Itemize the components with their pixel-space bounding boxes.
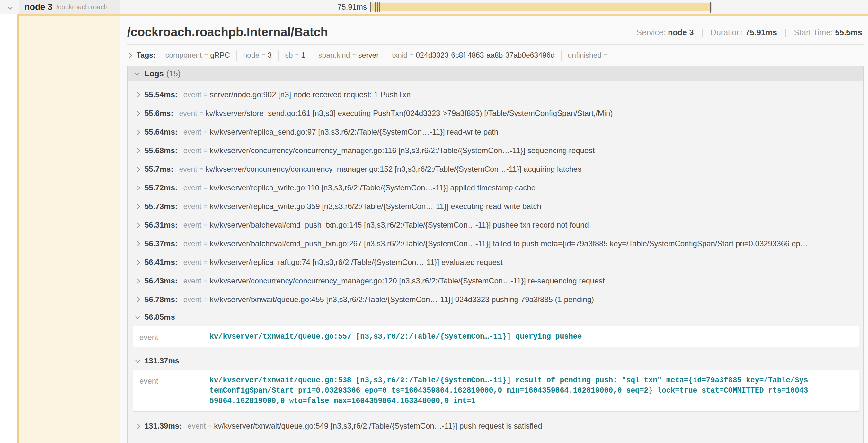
log-row[interactable]: 55.6ms:event=kv/kvserver/store_send.go:1…: [127, 104, 863, 123]
chevron-right-icon: [135, 223, 141, 228]
start-time-value: 55.5ms: [835, 28, 862, 37]
tags-section-toggle[interactable]: Tags: component=gRPC node=3 sb=1 span.ki…: [120, 45, 868, 66]
span-title: /cockroach.roachpb.Internal/Batch: [127, 25, 328, 39]
span-row[interactable]: node 3 /cockroach.roach… 75.91ms: [0, 0, 868, 14]
meta-divider: |: [701, 28, 703, 37]
chevron-right-icon: [135, 423, 141, 429]
span-detail-panel: /cockroach.roachpb.Internal/Batch Servic…: [120, 16, 868, 443]
tag-txnid: txnid=024d3323-6c8f-4863-aa8b-37ab0e6349…: [385, 50, 561, 61]
log-detail-box: event kv/kvserver/txnwait/queue.go:538 […: [133, 370, 859, 412]
log-marker-tick: [375, 2, 375, 12]
log-field-value: kv/kvserver/txnwait/queue.go:557 [n3,s3,…: [210, 332, 811, 342]
start-time-label: Start Time:: [794, 28, 833, 37]
log-row[interactable]: 55.73ms:event=kv/kvserver/replica_write.…: [127, 197, 863, 216]
chevron-right-icon: [135, 167, 141, 172]
log-row[interactable]: 55.68ms:event=kv/kvserver/concurrency/co…: [127, 141, 863, 160]
log-row[interactable]: 55.64ms:event=kv/kvserver/replica_send.g…: [127, 123, 863, 141]
log-marker-tick: [382, 2, 382, 12]
log-row[interactable]: 56.41ms:event=kv/kvserver/replica_raft.g…: [127, 253, 863, 272]
tag-component: component=gRPC: [159, 50, 237, 61]
chevron-right-icon: [135, 260, 141, 265]
left-gutter-line: [5, 0, 5, 443]
log-marker-tick: [379, 2, 380, 12]
chevron-down-icon: [134, 70, 140, 75]
log-row[interactable]: 56.78ms:event=kv/kvserver/txnwait/queue.…: [127, 290, 863, 309]
chevron-right-icon: [135, 148, 141, 153]
collapse-span-chevron[interactable]: [8, 4, 12, 10]
log-row[interactable]: 55.54ms:event=server/node.go:902 [n3] no…: [127, 86, 863, 104]
chevron-right-icon: [135, 92, 141, 97]
log-detail-box: event kv/kvserver/txnwait/queue.go:557 […: [133, 326, 859, 347]
service-label: Service:: [637, 28, 665, 37]
log-row-expanded-toggle[interactable]: 56.85ms: [127, 309, 863, 326]
span-name-cell[interactable]: node 3 /cockroach.roach…: [19, 0, 120, 14]
log-row[interactable]: 131.39ms:event=kv/kvserver/txnwait/queue…: [127, 417, 863, 435]
logs-panel: Logs (15) 55.54ms:event=server/node.go:9…: [127, 66, 864, 443]
log-field-value: kv/kvserver/txnwait/queue.go:538 [n3,s3,…: [210, 375, 811, 406]
log-row[interactable]: 55.7ms:event=kv/kvserver/concurrency/con…: [127, 160, 863, 178]
logs-footer-note: Log timestamps are relative to the start…: [127, 438, 863, 443]
span-operation-name: /cockroach.roach…: [56, 3, 114, 11]
span-meta: Service: node 3 | Duration: 75.91ms | St…: [637, 28, 862, 37]
chevron-right-icon: [135, 204, 141, 209]
tags-label: Tags:: [136, 51, 156, 60]
tag-sb: sb=1: [278, 50, 312, 61]
tag-node: node=3: [237, 50, 279, 61]
span-duration-bar[interactable]: [370, 3, 712, 11]
log-marker-tick-end: [710, 2, 711, 12]
chevron-right-icon: [127, 53, 132, 58]
log-marker-tick: [373, 2, 373, 12]
logs-title: Logs: [145, 69, 164, 78]
log-row-expanded-toggle[interactable]: 131.37ms: [127, 352, 863, 369]
duration-label: Duration:: [711, 28, 743, 37]
chevron-right-icon: [135, 111, 141, 116]
span-service-name: node 3: [24, 2, 52, 12]
log-field-key: event: [140, 375, 210, 406]
span-detail-header: /cockroach.roachpb.Internal/Batch Servic…: [127, 16, 864, 45]
log-rows: 55.54ms:event=server/node.go:902 [n3] no…: [127, 81, 863, 435]
log-row[interactable]: 56.37ms:event=kv/kvserver/batcheval/cmd_…: [127, 234, 863, 253]
chevron-right-icon: [135, 278, 141, 283]
chevron-right-icon: [135, 129, 141, 135]
chevron-right-icon: [135, 241, 141, 246]
detail-row-left-fill: [19, 16, 120, 443]
chevron-down-icon: [135, 357, 141, 363]
log-marker-tick: [377, 2, 378, 12]
duration-value: 75.91ms: [745, 28, 777, 37]
chevron-down-icon: [8, 5, 13, 10]
chevron-down-icon: [135, 314, 141, 319]
tag-span-kind: span.kind=server: [312, 50, 385, 61]
service-value: node 3: [668, 28, 694, 37]
chevron-right-icon: [135, 297, 141, 302]
meta-divider: |: [784, 28, 787, 37]
log-marker-tick: [370, 2, 371, 12]
tag-unfinished: unfinished=: [561, 50, 617, 61]
logs-count: (15): [166, 69, 181, 78]
span-duration-label: 75.91ms: [289, 0, 367, 14]
chevron-right-icon: [135, 185, 141, 190]
logs-section-toggle[interactable]: Logs (15): [127, 66, 863, 81]
log-field-key: event: [140, 332, 210, 342]
log-row[interactable]: 56.31ms:event=kv/kvserver/batcheval/cmd_…: [127, 216, 863, 234]
log-row[interactable]: 56.43ms:event=kv/kvserver/concurrency/co…: [127, 272, 863, 290]
log-row[interactable]: 55.72ms:event=kv/kvserver/replica_write.…: [127, 178, 863, 197]
